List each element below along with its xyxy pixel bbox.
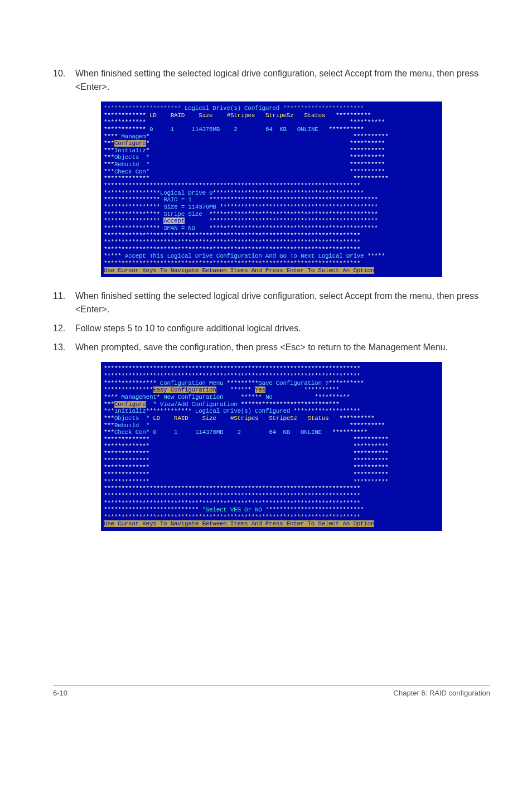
t2-ld-title: Logical Drive(s) Configured (195, 408, 290, 414)
t1-val-size: 114376MB (192, 126, 220, 133)
t1-val-ld: 0 (149, 126, 153, 133)
t2-val-raid: 1 (174, 429, 177, 436)
t1-menu-checkcon: Check Con (114, 168, 146, 175)
t1-menu-rebuild: Rebuild (114, 161, 139, 168)
t1-msg: Accept This Logical Drive Configuration … (125, 253, 364, 259)
t1-val-status: ONLINE (297, 126, 318, 133)
step-12-number: 12. (53, 322, 75, 335)
t2-menu-objects: Objects (114, 415, 139, 422)
step-11-text: When finished setting the selected logic… (75, 289, 490, 316)
page-footer: 6-10 Chapter 6: RAID configuration (53, 685, 490, 697)
footer-page-number: 6-10 (53, 689, 67, 697)
t2-col-stripesz: StripeSz (269, 415, 297, 422)
step-13-text: When prompted, save the configuration, t… (75, 341, 490, 354)
t1-menu-objects: Objects (114, 154, 139, 161)
t1-col-ld: LD (149, 112, 157, 119)
t2-prompt: Select VES Or NO (206, 506, 262, 513)
t1-col-stripes: #Stripes (227, 112, 255, 119)
t1-ldbox-l2: Size = 114376MB (163, 204, 216, 210)
t1-ldbox-l1: RAID = 1 (163, 196, 191, 203)
t2-menu-initializ: Initializ (114, 408, 146, 414)
t2-val-stripesz: 64 (269, 429, 276, 436)
t1-val-stripes: 2 (234, 126, 237, 133)
t1-menu-managem: Managem (122, 133, 146, 140)
t2-save-title: Save Configuration ? (258, 380, 328, 386)
t2-val-ld: 0 (153, 429, 156, 436)
t1-hint: Use Cursor Keys To Navigate Between Item… (104, 267, 374, 274)
t2-menu-management: Management (122, 394, 157, 400)
t1-val-stripesz: 64 (265, 126, 273, 133)
t2-confmenu-title: Configuration Menu (160, 380, 223, 386)
t2-no: No (265, 394, 273, 400)
step-11-number: 11. (53, 289, 75, 316)
step-10-number: 10. (53, 67, 75, 94)
t2-col-status: Status (308, 415, 329, 422)
terminal-screenshot-1: ********************** Logical Drive(s) … (101, 102, 442, 277)
t2-menu-configure: Configure (114, 401, 146, 408)
t2-hint: Use Cursor Keys To Navigate Between Item… (104, 520, 374, 527)
step-11: 11. When finished setting the selected l… (53, 289, 490, 316)
terminal-screenshot-2: ****************************************… (101, 362, 442, 531)
footer-chapter-title: Chapter 6: RAID configuration (394, 689, 490, 697)
t2-col-size: Size (202, 415, 216, 422)
t2-col-raid: RAID (174, 415, 188, 422)
t2-col-ld: LD (153, 415, 160, 422)
step-13: 13. When prompted, save the configuratio… (53, 341, 490, 354)
t2-yes: Yes (255, 386, 265, 393)
t1-val-raid: 1 (171, 126, 174, 133)
t1-val-mb: KB (279, 126, 287, 133)
t2-easy: Easy Configuration (153, 386, 216, 393)
t2-val-size: 114376MB (195, 429, 223, 436)
t1-col-size: Size (199, 112, 212, 119)
step-12: 12. Follow steps 5 to 10 to configure ad… (53, 322, 490, 335)
step-10-text: When finished setting the selected logic… (75, 67, 490, 94)
t2-newc: New Configuration (163, 394, 223, 400)
t2-view: View/Add Configuration (160, 401, 238, 408)
t2-menu-checkcon: Check Con (114, 429, 146, 436)
t1-menu-initializ: Initializ (114, 147, 146, 154)
t1-col-stripesz: StripeSz (265, 112, 293, 119)
t1-col-raid: RAID (171, 112, 185, 119)
t1-ldbox-l4: Accept (163, 218, 185, 224)
t1-col-status: Status (304, 112, 325, 119)
t1-ldbox-l5: SPAN = NO (163, 225, 195, 231)
t1-menu-configure: Configure (114, 140, 146, 147)
step-12-text: Follow steps 5 to 10 to configure additi… (75, 322, 490, 335)
t2-val-mb: KB (283, 429, 291, 436)
step-10: 10. When finished setting the selected l… (53, 67, 490, 94)
t2-val-status: ONLINE (301, 429, 322, 436)
t2-menu-rebuild: Rebuild (114, 422, 139, 429)
t1-ldbox-l3: Stripe Size (163, 211, 202, 218)
t2-col-stripes: #Stripes (230, 415, 258, 422)
step-13-number: 13. (53, 341, 75, 354)
t2-val-stripes: 2 (238, 429, 241, 436)
t1-ldbox-title: Logical Drive 0 (160, 190, 213, 196)
t1-title: Logical Drive(s) Configured (185, 105, 279, 112)
page-container: 10. When finished setting the selected l… (0, 0, 532, 725)
